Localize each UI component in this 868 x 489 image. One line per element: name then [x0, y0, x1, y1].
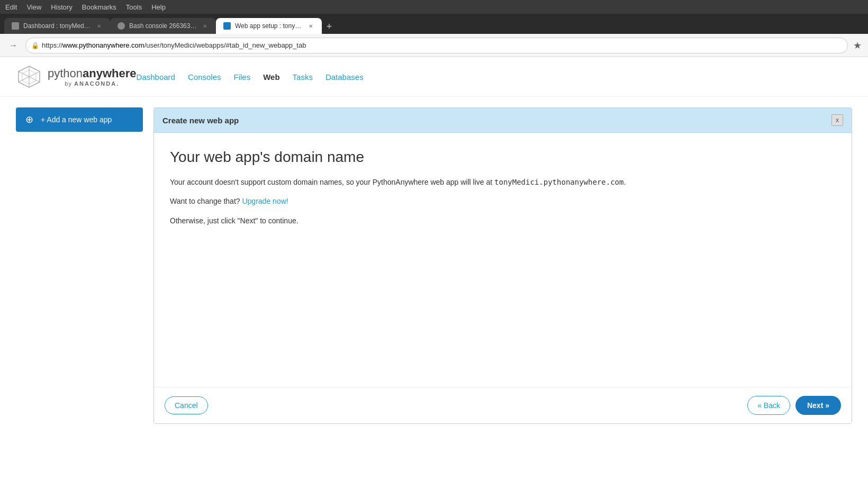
tab-bar: Dashboard : tonyMedici : ✕ Bash console … — [0, 14, 868, 34]
nav-links: Dashboard Consoles Files Web Tasks Datab… — [137, 73, 364, 82]
menu-bookmarks[interactable]: Bookmarks — [82, 3, 116, 11]
browser-chrome: Edit View History Bookmarks Tools Help D… — [0, 0, 868, 57]
dialog-footer: Cancel « Back Next » — [154, 387, 852, 423]
sidebar: ⊕+ Add a new web app — [16, 107, 143, 424]
tab-close-icon[interactable]: ✕ — [95, 22, 103, 30]
menu-history[interactable]: History — [51, 3, 72, 11]
nav-databases[interactable]: Databases — [326, 73, 364, 82]
tab-close-icon[interactable]: ✕ — [202, 22, 209, 30]
bookmark-star-icon[interactable]: ★ — [853, 40, 862, 51]
console-icon — [117, 22, 125, 30]
main-area: ⊕+ Add a new web app Create new web app … — [0, 97, 868, 434]
dialog-body: Your web app's domain name Your account … — [154, 133, 852, 387]
dialog-paragraph1: Your account doesn't support custom doma… — [170, 176, 836, 188]
next-button[interactable]: Next » — [795, 396, 841, 415]
back-nav-button[interactable]: → — [6, 39, 20, 52]
menu-edit[interactable]: Edit — [5, 3, 17, 11]
logo-python: python — [48, 67, 83, 80]
address-bar: → 🔒 https://www.pythonanywhere.com/user/… — [0, 34, 868, 57]
add-webapp-button[interactable]: ⊕+ Add a new web app — [16, 107, 143, 132]
menu-view[interactable]: View — [26, 3, 41, 11]
cancel-button[interactable]: Cancel — [165, 396, 208, 414]
nav-files[interactable]: Files — [234, 73, 251, 82]
dialog-header: Create new web app x — [154, 108, 852, 133]
dialog-close-button[interactable]: x — [831, 114, 843, 126]
dialog-paragraph3: Otherwise, just click "Next" to continue… — [170, 215, 836, 227]
shield-icon: 🔒 — [31, 42, 39, 49]
tab-bash[interactable]: Bash console 26636344 : ✕ — [110, 18, 216, 34]
navigation-buttons: « Back Next » — [747, 396, 841, 415]
page-icon — [12, 22, 19, 30]
tab-label: Web app setup : tonyMe — [235, 22, 303, 30]
dialog-paragraph2: Want to change that? Upgrade now! — [170, 195, 836, 207]
logo-area: pythonanywhere by ANACONDA. — [16, 64, 137, 90]
dialog-area: Create new web app x Your web app's doma… — [153, 107, 852, 424]
page-icon-active — [223, 22, 231, 30]
page-content: pythonanywhere by ANACONDA. Dashboard Co… — [0, 57, 868, 470]
menu-bar: Edit View History Bookmarks Tools Help — [0, 0, 868, 14]
nav-consoles[interactable]: Consoles — [188, 73, 221, 82]
logo-sub: by ANACONDA. — [48, 80, 137, 87]
logo-icon — [16, 64, 42, 90]
tab-webapp-setup[interactable]: Web app setup : tonyMe ✕ — [216, 18, 322, 34]
url-text: https://www.pythonanywhere.com/user/tony… — [42, 41, 306, 49]
nav-tasks[interactable]: Tasks — [293, 73, 313, 82]
menu-tools[interactable]: Tools — [126, 3, 142, 11]
logo-anywhere: anywhere — [83, 67, 137, 80]
tab-label: Bash console 26636344 : — [129, 22, 197, 30]
nav-web[interactable]: Web — [263, 73, 279, 82]
menu-help[interactable]: Help — [151, 3, 166, 11]
anaconda-label: ANACONDA. — [74, 80, 119, 87]
top-nav: pythonanywhere by ANACONDA. Dashboard Co… — [0, 57, 868, 97]
url-bar[interactable]: 🔒 https://www.pythonanywhere.com/user/to… — [25, 38, 848, 53]
new-tab-button[interactable]: + — [322, 19, 337, 34]
nav-dashboard[interactable]: Dashboard — [137, 73, 175, 82]
dialog-title-label: Create new web app — [162, 116, 239, 125]
create-webapp-dialog: Create new web app x Your web app's doma… — [153, 107, 852, 424]
back-button[interactable]: « Back — [747, 396, 790, 415]
domain-name-title: Your web app's domain name — [170, 149, 836, 166]
upgrade-now-link[interactable]: Upgrade now! — [242, 197, 288, 205]
tab-label: Dashboard : tonyMedici : — [23, 22, 91, 30]
tab-dashboard[interactable]: Dashboard : tonyMedici : ✕ — [4, 18, 110, 34]
tab-close-icon-active[interactable]: ✕ — [307, 22, 314, 30]
logo-text: pythonanywhere — [48, 67, 137, 80]
